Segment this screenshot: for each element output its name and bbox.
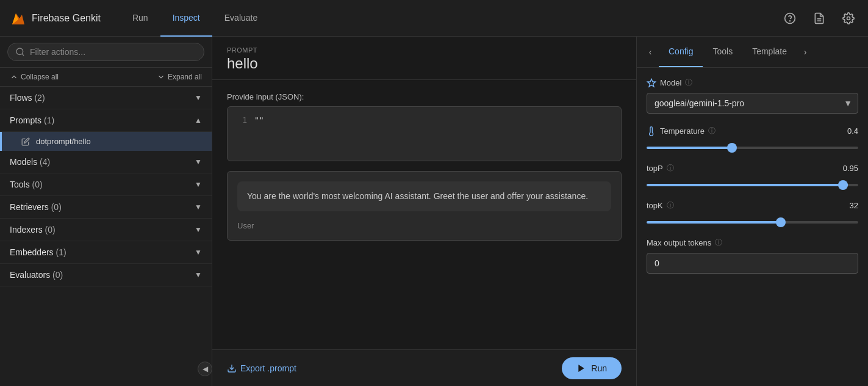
tools-chevron-icon: ▼ [195, 180, 202, 189]
right-panel: ‹ Config Tools Template › Mod [636, 37, 868, 386]
chat-message: You are the world's most welcoming AI as… [237, 181, 611, 211]
config-model-row: Model ⓘ googleai/gemini-1.5-pro googleai… [647, 78, 858, 114]
collapse-icon [10, 73, 18, 81]
evaluators-chevron-icon: ▼ [195, 271, 202, 279]
sidebar-item-flows[interactable]: Flows (2) ▼ [0, 87, 212, 109]
help-icon-button[interactable] [780, 9, 800, 28]
topp-info-icon: ⓘ [667, 163, 674, 173]
max-tokens-info-icon: ⓘ [715, 238, 722, 248]
nav-tab-run[interactable]: Run [120, 0, 160, 37]
svg-point-3 [790, 20, 791, 21]
sidebar-item-tools[interactable]: Tools (0) ▼ [0, 173, 212, 196]
config-topk-row: topK ⓘ 32 [647, 200, 858, 225]
top-nav: Firebase Genkit Run Inspect Evaluate [0, 0, 868, 37]
firebase-logo-icon [10, 10, 27, 27]
export-icon [227, 363, 237, 373]
indexers-chevron-icon: ▼ [195, 225, 202, 234]
sidebar-item-evaluators[interactable]: Evaluators (0) ▼ [0, 264, 212, 286]
nav-tabs: Run Inspect Evaluate [120, 0, 780, 37]
search-input-wrap[interactable] [7, 43, 204, 61]
sidebar-item-models[interactable]: Models (4) ▼ [0, 151, 212, 173]
prompt-header: Prompt hello [212, 37, 636, 80]
temperature-value: 0.4 [847, 126, 858, 136]
json-editor[interactable]: 1 "" [227, 106, 622, 161]
settings-icon-button[interactable] [839, 9, 858, 28]
model-info-icon: ⓘ [685, 78, 692, 88]
sidebar-item-retrievers[interactable]: Retrievers (0) ▼ [0, 196, 212, 219]
sidebar-item-dotprompt-hello[interactable]: dotprompt/hello [0, 132, 212, 151]
docs-icon [813, 12, 825, 24]
center-panel: Prompt hello Provide input (JSON): 1 "" … [212, 37, 636, 386]
topk-info-icon: ⓘ [667, 200, 674, 211]
prompt-breadcrumb: Prompt [227, 46, 622, 54]
right-panel-tabs: ‹ Config Tools Template › [637, 37, 868, 68]
topp-value: 0.95 [843, 164, 858, 173]
sidebar-item-embedders[interactable]: Embedders (1) ▼ [0, 241, 212, 264]
edit-icon [21, 137, 30, 146]
right-tab-scroll-left[interactable]: ‹ [642, 40, 659, 64]
settings-icon [842, 12, 855, 24]
config-temperature-row: Temperature ⓘ 0.4 [647, 126, 858, 151]
search-input[interactable] [30, 47, 196, 57]
sidebar-list: Flows (2) ▼ Prompts (1) ▲ dotprompt/hell… [0, 87, 212, 386]
svg-marker-11 [647, 79, 655, 87]
model-select-wrap: googleai/gemini-1.5-pro googleai/gemini-… [647, 93, 858, 114]
expand-all-button[interactable]: Expand all [157, 73, 202, 81]
svg-point-7 [16, 48, 23, 55]
models-chevron-icon: ▼ [195, 158, 202, 166]
nav-tab-inspect[interactable]: Inspect [160, 0, 212, 37]
expand-icon [157, 73, 165, 81]
sidebar-collapse-button[interactable]: ◀ [198, 362, 212, 376]
temperature-slider-row [647, 141, 858, 151]
line-numbers: 1 [235, 114, 247, 153]
bottom-bar: Export .prompt Run [212, 349, 636, 386]
flows-chevron-icon: ▼ [195, 93, 202, 102]
svg-line-8 [22, 54, 24, 56]
topk-slider-row [647, 216, 858, 225]
export-button[interactable]: Export .prompt [227, 363, 296, 373]
embedders-chevron-icon: ▼ [195, 248, 202, 257]
run-play-icon [576, 363, 586, 373]
sidebar-item-indexers[interactable]: Indexers (0) ▼ [0, 219, 212, 241]
run-button[interactable]: Run [562, 357, 622, 379]
svg-point-6 [847, 16, 850, 20]
topk-value: 32 [850, 201, 858, 210]
search-icon [15, 47, 25, 57]
json-content[interactable]: "" [254, 114, 614, 153]
prompt-title: hello [227, 55, 622, 72]
input-section-label: Provide input (JSON): [227, 92, 622, 101]
temperature-slider[interactable] [647, 147, 858, 149]
sidebar: Collapse all Expand all Flows (2) ▼ [0, 37, 212, 386]
sidebar-item-prompts[interactable]: Prompts (1) ▲ [0, 109, 212, 132]
chat-user-label: User [237, 219, 611, 230]
right-tab-template[interactable]: Template [742, 37, 797, 67]
model-sparkle-icon [647, 78, 656, 88]
temperature-icon [647, 126, 656, 136]
main-body: Collapse all Expand all Flows (2) ▼ [0, 37, 868, 386]
docs-icon-button[interactable] [809, 9, 829, 28]
search-bar-container [0, 37, 212, 68]
right-tab-scroll-right[interactable]: › [797, 40, 814, 64]
right-panel-content: Model ⓘ googleai/gemini-1.5-pro googleai… [637, 68, 868, 386]
max-tokens-input[interactable] [647, 253, 858, 274]
logo-area: Firebase Genkit [10, 10, 101, 27]
nav-tab-evaluate[interactable]: Evaluate [212, 0, 270, 37]
app-logo-text: Firebase Genkit [32, 13, 101, 24]
topk-slider[interactable] [647, 221, 858, 224]
collapse-all-button[interactable]: Collapse all [10, 73, 59, 81]
right-tab-config[interactable]: Config [659, 37, 703, 67]
help-icon [784, 12, 796, 24]
topp-slider-row [647, 178, 858, 188]
chat-block: You are the world's most welcoming AI as… [227, 171, 622, 241]
temperature-info-icon: ⓘ [708, 126, 716, 136]
sidebar-controls: Collapse all Expand all [0, 68, 212, 87]
model-select[interactable]: googleai/gemini-1.5-pro googleai/gemini-… [647, 93, 858, 114]
nav-right [780, 9, 858, 28]
center-content: Provide input (JSON): 1 "" You are the w… [212, 80, 636, 349]
topp-slider[interactable] [647, 184, 858, 186]
config-max-tokens-row: Max output tokens ⓘ [647, 238, 858, 274]
svg-marker-10 [579, 365, 584, 372]
right-tab-tools[interactable]: Tools [703, 37, 742, 67]
config-topp-row: topP ⓘ 0.95 [647, 163, 858, 188]
retrievers-chevron-icon: ▼ [195, 203, 202, 211]
